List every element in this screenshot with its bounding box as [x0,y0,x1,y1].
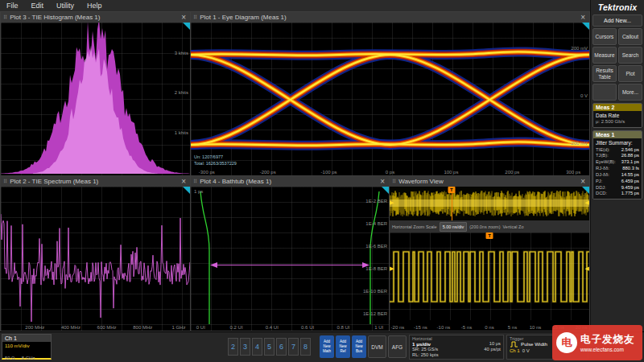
menu-help[interactable]: Help [87,2,102,10]
channel-4-button[interactable]: 4 [252,338,262,356]
plot-title: Waveform View [398,178,576,185]
waveform-overview[interactable]: T ▶ ◀ [390,187,589,220]
add-new-bus-button[interactable]: AddNewBus [352,335,366,358]
channel-2-button[interactable]: 2 [228,338,238,356]
x-tick-label: 100 ps [444,170,458,175]
add-new-math-button[interactable]: AddNewMath [320,335,334,358]
zoom-scale-dropdown[interactable]: 5.00 ns/div [440,222,468,232]
channel-7-button[interactable]: 7 [288,338,299,356]
drag-grip-icon[interactable]: ⠿ [193,179,197,185]
x-tick-label: 1 UI [374,325,383,330]
record-length: RL: 250 kpts [412,352,439,358]
dvm-button[interactable]: DVM [368,335,386,358]
sidebar-icon-button[interactable] [592,84,617,101]
drag-grip-icon[interactable]: ⠿ [3,14,7,21]
menu-bar: FileEditUtilityHelp [0,0,597,11]
meas-value: 373.1 ps [621,159,639,166]
maximize-corner-icon[interactable] [582,23,589,30]
x-tick-label: -200 ps [260,170,276,175]
sample-resolution: 40 ps/pt [484,347,501,352]
menu-file[interactable]: File [6,2,19,10]
channel-5-button[interactable]: 5 [264,338,275,356]
close-icon[interactable]: × [180,13,188,22]
waveform-view: ⠿ Waveform View × T ▶ ◀ Horizontal Zoom … [389,175,590,331]
drag-grip-icon[interactable]: ⠿ [392,179,396,185]
meas1-header[interactable]: Meas 1 [593,131,642,138]
drag-grip-icon[interactable]: ⠿ [193,14,197,21]
channel-marker-right-icon: ◀ [585,265,589,272]
maximize-corner-icon[interactable] [382,187,389,194]
channel-1-label[interactable]: Ch 1 [2,335,51,342]
plot-title: Plot 2 - TIE Spectrum (Meas 1) [10,178,177,185]
afg-button[interactable]: AFG [388,335,407,358]
channel-1-badge[interactable]: Ch 1 110 mV/div 50 Ω 8 GHz [2,334,52,360]
x-tick-label: -100 ps [321,170,337,175]
sidebar-plot-button[interactable]: Plot [618,65,642,82]
eye-stats-line2: Total: 16263/3537229 [194,160,237,167]
elecfans-url: www.elecfans.com [580,347,635,352]
sidebar-button-grid: CursorsCalloutMeasureSearchResults Table… [592,28,642,101]
horizontal-panel[interactable]: Horizontal 1 μs/div 10 μs SR: 25 GS/s 40… [409,335,504,360]
close-icon[interactable]: × [378,177,386,186]
meas2-body: Data Rate μ: 2.500 Gb/s [593,111,642,127]
bathtub-canvas[interactable]: 1 ps 1E-2 BER1E-4 BER1E-6 BER1E-8 BER1E-… [191,187,389,331]
maximize-corner-icon[interactable] [183,187,190,194]
meas-value: 9.459 ps [621,185,639,191]
meas1-rows: TIE(d):2.546 psTJ(B):26.88 psEyeW(B):373… [596,147,639,198]
menu-edit[interactable]: Edit [31,2,44,10]
trigger-marker-icon[interactable]: T [486,232,493,239]
x-tick-label: 0 ps [386,170,394,175]
overview-trace [390,187,589,220]
x-tick-label: 0.4 UI [266,325,279,330]
meas2-header[interactable]: Meas 2 [593,104,642,111]
elecfans-watermark: 电 电子发烧友 www.elecfans.com [552,325,642,360]
plot-eye-diagram-titlebar[interactable]: ⠿ Plot 1 - Eye Diagram (Meas 1) × [191,12,589,23]
meas-label: PJ: [596,179,602,185]
waveform-canvas[interactable]: T ▶ ◀ Horizontal Zoom Scale 5.00 ns/div … [390,187,589,331]
y-tick-label: 1 khits [175,130,188,135]
sidebar-results-table-button[interactable]: Results Table [592,65,617,82]
close-icon[interactable]: × [579,13,587,22]
plot-title: Plot 1 - Eye Diagram (Meas 1) [200,14,576,21]
x-tick-label: 800 MHz [133,325,152,330]
eye-diagram-canvas[interactable]: Un: 1207/6977 Total: 16263/3537229 200 m… [191,23,589,175]
drag-grip-icon[interactable]: ⠿ [3,179,7,185]
close-icon[interactable]: × [579,177,587,186]
sidebar-cursors-button[interactable]: Cursors [592,28,617,45]
meas2-name: Data Rate [596,113,639,119]
sidebar-callout-button[interactable]: Callout [618,28,642,45]
plot-tie-histogram-titlebar[interactable]: ⠿ Plot 3 - TIE Histogram (Meas 1) × [1,12,190,23]
plot-title: Plot 3 - TIE Histogram (Meas 1) [10,14,177,21]
waveform-view-titlebar[interactable]: ⠿ Waveform View × [390,176,589,187]
trigger-level: 0 V [522,348,530,354]
vertical-zoom-label: Vertical Zo [502,224,523,229]
channel-8-button[interactable]: 8 [300,338,311,356]
menu-utility[interactable]: Utility [56,2,74,10]
trigger-marker-icon[interactable]: T [448,187,455,193]
x-tick-label: 0 ns [485,325,493,330]
add-new-buttons: AddNewMathAddNewRefAddNewBus [320,335,366,358]
plot-bathtub-titlebar[interactable]: ⠿ Plot 4 - Bathtub (Meas 1) × [191,176,389,187]
sidebar-search-button[interactable]: Search [618,47,642,64]
add-new-button[interactable]: Add New... [592,14,642,27]
plot-tie-spectrum-titlebar[interactable]: ⠿ Plot 2 - TIE Spectrum (Meas 1) × [1,176,190,187]
meas-value: 26.88 ps [621,153,639,159]
meas1-badge[interactable]: Meas 1 Jitter Summary: TIE(d):2.546 psTJ… [592,130,642,200]
x-tick-label: 200 MHz [25,325,44,330]
close-icon[interactable]: × [180,177,188,186]
plot-bathtub: ⠿ Plot 4 - Bathtub (Meas 1) × 1 ps 1E-2 … [190,175,390,331]
waveform-zoom-area[interactable]: T ▶ ◀ [390,232,589,320]
x-tick-label: -15 ns [414,325,427,330]
channel-3-button[interactable]: 3 [240,338,250,356]
maximize-corner-icon[interactable] [582,187,589,194]
tie-histogram-canvas[interactable]: 3 khits2 khits1 khits [1,23,190,175]
zoom-scale-label: Horizontal Zoom Scale [392,224,437,229]
maximize-corner-icon[interactable] [183,23,190,30]
sidebar-measure-button[interactable]: Measure [592,47,617,64]
add-new-ref-button[interactable]: AddNewRef [336,335,350,358]
meas2-badge[interactable]: Meas 2 Data Rate μ: 2.500 Gb/s [592,103,642,128]
sidebar-more-button[interactable]: More... [618,84,642,101]
tie-spectrum-canvas[interactable]: 200 MHz400 MHz600 MHz800 MHz1 GHz [1,187,190,331]
eye-stats-line1: Un: 1207/6977 [194,154,237,160]
channel-6-button[interactable]: 6 [276,338,287,356]
